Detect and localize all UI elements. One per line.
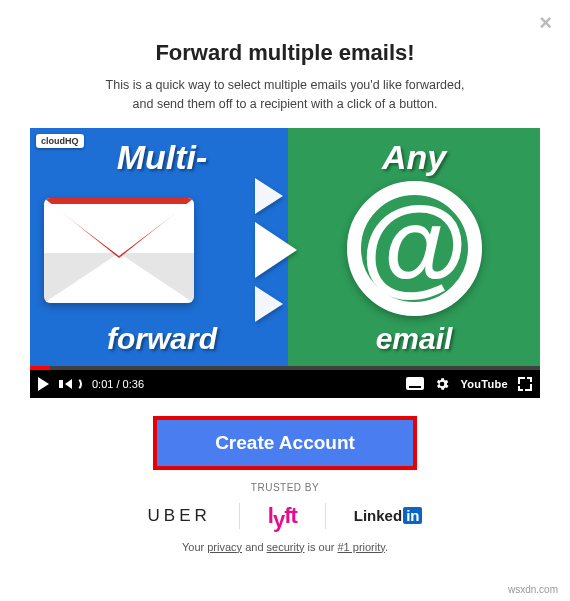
video-left-pane: Multi- forward xyxy=(30,128,288,366)
video-text-forward: forward xyxy=(44,322,280,356)
subtitles-icon[interactable] xyxy=(406,377,424,390)
priority-link[interactable]: #1 priority xyxy=(337,541,384,553)
video-frame: Multi- forward Any @ email xyxy=(30,128,540,366)
video-player[interactable]: cloudHQ Multi- forward Any @ email xyxy=(30,128,540,398)
play-button-icon[interactable] xyxy=(38,377,49,391)
gmail-envelope-icon xyxy=(44,198,194,303)
modal-content: Forward multiple emails! This is a quick… xyxy=(0,0,570,563)
video-time: 0:01 / 0:36 xyxy=(92,378,144,390)
footer-text: Your privacy and security is our #1 prio… xyxy=(30,541,540,553)
video-text-email: email xyxy=(376,322,453,356)
volume-icon[interactable] xyxy=(59,377,82,391)
video-right-pane: Any @ email xyxy=(288,128,540,366)
subtitle-line-2: and send them off to a recipient with a … xyxy=(133,97,438,111)
security-link[interactable]: security xyxy=(267,541,305,553)
create-account-button[interactable]: Create Account xyxy=(157,420,413,466)
trusted-by-label: TRUSTED BY xyxy=(30,482,540,493)
close-icon[interactable]: × xyxy=(539,10,552,36)
modal-subtitle: This is a quick way to select multiple e… xyxy=(30,76,540,114)
forward-arrows-icon xyxy=(255,178,297,330)
modal-title: Forward multiple emails! xyxy=(30,40,540,66)
cta-highlight-box: Create Account xyxy=(153,416,417,470)
settings-gear-icon[interactable] xyxy=(434,376,450,392)
uber-logo: UBER xyxy=(148,506,211,526)
trusted-logos-row: UBER lyft Linkedin xyxy=(30,503,540,529)
linkedin-logo: Linkedin xyxy=(354,507,423,524)
lyft-logo: lyft xyxy=(268,503,297,529)
video-text-any: Any xyxy=(382,140,446,174)
privacy-link[interactable]: privacy xyxy=(207,541,242,553)
logo-divider xyxy=(325,503,326,529)
at-symbol-icon: @ xyxy=(347,181,482,316)
watermark: wsxdn.com xyxy=(508,584,558,595)
video-channel-badge: cloudHQ xyxy=(36,134,84,148)
video-controls: 0:01 / 0:36 YouTube xyxy=(30,370,540,398)
fullscreen-icon[interactable] xyxy=(518,377,532,391)
subtitle-line-1: This is a quick way to select multiple e… xyxy=(106,78,465,92)
youtube-logo-button[interactable]: YouTube xyxy=(460,378,508,390)
logo-divider xyxy=(239,503,240,529)
